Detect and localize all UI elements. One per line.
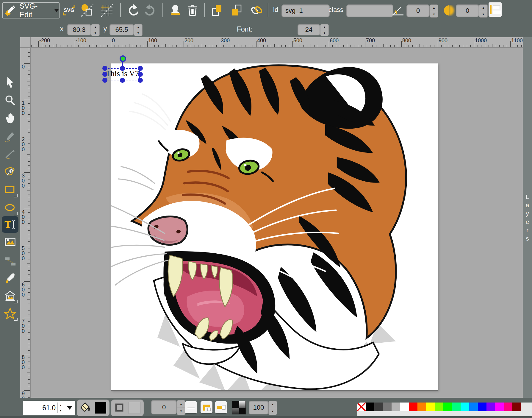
rotation-angle-spinner[interactable] xyxy=(430,4,438,18)
selection-handle-e[interactable] xyxy=(138,72,143,77)
tool-pan[interactable] xyxy=(2,110,18,127)
zoom-dropdown-icon[interactable] xyxy=(67,406,72,410)
font-size-input[interactable]: 24 xyxy=(298,24,320,35)
x-coordinate-input[interactable]: 80.3 xyxy=(67,24,91,35)
main-menu-button[interactable]: SVG-Edit xyxy=(2,2,60,18)
tool-shape-library[interactable] xyxy=(2,288,18,304)
ruler-tick xyxy=(28,78,30,78)
ruler-label: 8 0 0 xyxy=(22,355,25,370)
select-arrow-icon xyxy=(4,76,16,89)
rotate-handle[interactable] xyxy=(120,55,126,62)
blur-input[interactable]: 0 xyxy=(456,4,479,17)
stroke-width-input[interactable]: 0 xyxy=(151,400,177,414)
tool-zoom[interactable] xyxy=(2,92,18,109)
redo-button[interactable] xyxy=(143,4,157,17)
ruler-label: 900 xyxy=(439,38,447,44)
selection-handle-n[interactable] xyxy=(120,66,125,71)
x-spinner[interactable] xyxy=(91,24,100,36)
move-to-top-button[interactable] xyxy=(210,4,224,17)
delete-button[interactable] xyxy=(186,4,199,17)
layers-panel-toggle[interactable]: Layers xyxy=(523,37,532,398)
tool-line[interactable] xyxy=(2,146,18,162)
palette-swatch-#ff007f[interactable] xyxy=(504,403,512,411)
stroke-width-spinner[interactable] xyxy=(177,400,185,415)
tool-star[interactable] xyxy=(2,305,18,322)
selection-handle-se[interactable] xyxy=(138,78,143,83)
tool-connector[interactable] xyxy=(2,253,18,270)
palette-swatch-#000000[interactable] xyxy=(366,403,374,411)
workarea[interactable]: This is V7 xyxy=(31,48,523,398)
palette-swatch-none[interactable] xyxy=(357,403,366,411)
selection-handle-ne[interactable] xyxy=(138,66,143,71)
tool-path[interactable] xyxy=(2,163,18,180)
ruler-tick xyxy=(318,45,318,47)
ruler-tick xyxy=(28,49,30,49)
ruler-corner xyxy=(20,37,31,48)
selection-handle-sw[interactable] xyxy=(102,78,107,83)
ruler-tick xyxy=(28,241,30,242)
opacity-gradient-icon[interactable] xyxy=(232,401,246,414)
palette-swatch-#787878[interactable] xyxy=(383,403,392,411)
palette-swatch-#00ff7f[interactable] xyxy=(452,403,461,411)
stroke-color-swatch[interactable] xyxy=(129,402,140,414)
palette-swatch-#3c3c3c[interactable] xyxy=(374,403,383,411)
opacity-input[interactable]: 100 xyxy=(249,401,268,414)
element-id-input[interactable]: svg_1 xyxy=(281,4,330,17)
ruler-tick xyxy=(60,45,60,47)
tool-image[interactable] xyxy=(2,234,18,250)
source-editor-button[interactable]: SVG xyxy=(62,4,76,17)
rotation-angle-input[interactable]: 0 xyxy=(406,4,430,17)
palette-swatch-#b4b4b4[interactable] xyxy=(392,403,400,411)
opacity-spinner[interactable] xyxy=(268,401,277,415)
zoom-control[interactable]: 61.0 xyxy=(23,401,75,415)
stroke-linejoin-button[interactable] xyxy=(201,401,212,413)
palette-swatch-#ffff00[interactable] xyxy=(426,403,435,411)
selection-handle-s[interactable] xyxy=(120,78,125,83)
palette-swatch-#00ff00[interactable] xyxy=(443,403,452,411)
snap-grid-button[interactable] xyxy=(100,4,114,17)
undo-button[interactable] xyxy=(126,4,140,17)
palette-swatch-#ffffff[interactable] xyxy=(400,403,409,411)
ruler-tick xyxy=(343,45,344,47)
selection-handle-nw[interactable] xyxy=(102,66,107,71)
fill-color-swatch[interactable] xyxy=(95,402,106,414)
wireframe-mode-button[interactable] xyxy=(80,4,94,17)
stroke-linecap-button[interactable] xyxy=(215,401,227,413)
ruler-tick xyxy=(46,45,46,47)
y-spinner[interactable] xyxy=(134,24,143,36)
palette-swatch-#0000ff[interactable] xyxy=(478,403,486,411)
tool-select[interactable] xyxy=(2,74,18,91)
blur-spinner[interactable] xyxy=(479,4,488,18)
ruler-tick xyxy=(28,103,30,104)
palette-swatch-#00ffff[interactable] xyxy=(461,403,469,411)
element-class-input[interactable] xyxy=(346,4,393,17)
tool-text[interactable]: T xyxy=(2,216,18,233)
stroke-dash-button[interactable]: — xyxy=(185,401,197,413)
selection-handle-w[interactable] xyxy=(102,72,107,77)
ruler-tick xyxy=(28,140,30,140)
palette-swatch-#7f00ff[interactable] xyxy=(486,403,495,411)
y-coordinate-input[interactable]: 65.5 xyxy=(109,24,134,35)
stroke-color-control[interactable] xyxy=(111,400,144,416)
align-element-button[interactable] xyxy=(489,2,502,17)
svg-canvas[interactable] xyxy=(111,63,438,390)
font-size-spinner[interactable] xyxy=(320,24,329,36)
tool-rectangle[interactable] xyxy=(2,182,18,198)
palette-swatch-#7f0000[interactable] xyxy=(512,403,521,411)
zoom-spinner[interactable] xyxy=(57,403,64,413)
move-to-bottom-button[interactable] xyxy=(230,4,243,17)
ruler-tick xyxy=(184,41,184,47)
palette-swatch-#ff7f00[interactable] xyxy=(417,403,426,411)
tool-pencil[interactable] xyxy=(2,129,18,145)
palette-swatch-#7fff00[interactable] xyxy=(435,403,443,411)
tool-ellipse[interactable] xyxy=(2,199,18,216)
main-toolbar: SVG-Edit SVG xyxy=(0,0,532,21)
fill-color-control[interactable] xyxy=(77,400,109,416)
palette-swatch-#ff0000[interactable] xyxy=(409,403,417,411)
clone-button[interactable] xyxy=(168,4,182,17)
palette-swatch-#ff00ff[interactable] xyxy=(495,403,504,411)
make-link-button[interactable] xyxy=(250,4,264,17)
tool-eyedropper[interactable] xyxy=(2,270,18,287)
ruler-tick xyxy=(49,45,50,47)
palette-swatch-#007fff[interactable] xyxy=(469,403,478,411)
